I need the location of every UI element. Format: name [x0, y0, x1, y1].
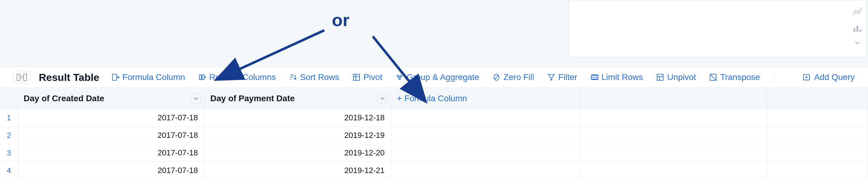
cell-empty	[767, 127, 868, 144]
table-row: 1 2017-07-18 2019-12-18	[0, 109, 868, 127]
filter-label: Filter	[558, 72, 577, 82]
table-row: 3 2017-07-18 2019-12-20	[0, 144, 868, 162]
pivot-label: Pivot	[363, 72, 382, 82]
svg-rect-4	[24, 74, 27, 81]
limit-rows-label: Limit Rows	[601, 72, 643, 82]
row-number[interactable]: 4	[0, 162, 18, 179]
reorder-columns-label: Reorder Columns	[210, 72, 276, 82]
result-toolbar: Result Table Formula Column Reorder Colu…	[0, 67, 868, 88]
cell-payment[interactable]: 2019-12-18	[205, 109, 392, 126]
cell-empty	[392, 127, 580, 144]
table-row: 2 2017-07-18 2019-12-19	[0, 127, 868, 144]
table-header-row: Day of Created Date Day of Payment Date …	[0, 88, 868, 109]
cell-empty	[392, 109, 580, 126]
reorder-columns-button[interactable]: Reorder Columns	[198, 72, 276, 82]
cell-empty	[392, 162, 580, 179]
cell-empty	[767, 144, 868, 161]
svg-marker-25	[548, 74, 554, 80]
row-number-header	[0, 88, 18, 109]
cell-created[interactable]: 2017-07-18	[18, 109, 205, 126]
result-table-title: Result Table	[39, 71, 99, 83]
cell-created[interactable]: 2017-07-18	[18, 144, 205, 161]
transpose-label: Transpose	[720, 72, 760, 82]
svg-rect-2	[860, 29, 861, 32]
column-header-created[interactable]: Day of Created Date	[18, 88, 205, 109]
unpivot-button[interactable]: Unpivot	[656, 72, 696, 82]
row-number[interactable]: 2	[0, 127, 18, 144]
cell-empty	[767, 162, 868, 179]
cell-empty	[580, 144, 767, 161]
add-query-label: Add Query	[814, 72, 855, 82]
filter-button[interactable]: Filter	[547, 72, 577, 82]
cell-payment[interactable]: 2019-12-19	[205, 127, 392, 144]
chart-preview-panel	[569, 0, 867, 58]
row-number[interactable]: 3	[0, 144, 18, 161]
svg-line-21	[399, 77, 399, 78]
svg-rect-1	[857, 26, 858, 32]
compare-button[interactable]	[13, 70, 30, 84]
cell-empty	[392, 144, 580, 161]
svg-rect-0	[854, 28, 855, 32]
formula-column-label: Formula Column	[122, 72, 185, 82]
group-aggregate-label: Group & Aggregate	[406, 72, 479, 82]
column-menu-payment[interactable]	[377, 93, 388, 103]
svg-rect-11	[202, 75, 204, 80]
svg-rect-3	[17, 74, 20, 81]
result-table: Day of Created Date Day of Payment Date …	[0, 88, 868, 179]
svg-line-34	[710, 74, 716, 80]
cell-empty	[580, 162, 767, 179]
svg-rect-15	[353, 74, 360, 80]
column-header-payment[interactable]: Day of Payment Date	[205, 88, 392, 109]
column-header-created-label: Day of Created Date	[24, 94, 104, 103]
formula-column-button[interactable]: Formula Column	[112, 72, 185, 82]
column-menu-created[interactable]	[191, 93, 201, 103]
limit-rows-button[interactable]: Limit Rows	[591, 72, 643, 82]
column-header-payment-label: Day of Payment Date	[210, 94, 295, 103]
sort-rows-button[interactable]: Sort Rows	[289, 72, 339, 82]
add-formula-column-header[interactable]: + Formula Column	[392, 88, 580, 109]
svg-line-24	[495, 75, 498, 80]
svg-rect-10	[199, 75, 201, 80]
group-aggregate-button[interactable]: Group & Aggregate	[396, 72, 479, 82]
svg-rect-7	[113, 74, 117, 80]
pivot-button[interactable]: Pivot	[352, 72, 382, 82]
cell-payment[interactable]: 2019-12-20	[205, 144, 392, 161]
chart-type-dropdown-icon[interactable]	[852, 40, 863, 46]
add-formula-column-label: + Formula Column	[397, 94, 467, 103]
line-chart-icon[interactable]	[852, 6, 863, 17]
cell-created[interactable]: 2017-07-18	[18, 127, 205, 144]
svg-line-22	[400, 77, 400, 78]
unpivot-label: Unpivot	[667, 72, 696, 82]
sort-rows-label: Sort Rows	[300, 72, 339, 82]
cell-empty	[580, 109, 767, 126]
zero-fill-button[interactable]: Zero Fill	[493, 72, 534, 82]
cell-payment[interactable]: 2019-12-21	[205, 162, 392, 179]
transpose-button[interactable]: Transpose	[709, 72, 760, 82]
empty-column-header-1	[580, 88, 767, 109]
toolbar-divider	[773, 71, 774, 83]
zero-fill-label: Zero Fill	[503, 72, 534, 82]
row-number[interactable]: 1	[0, 109, 18, 126]
cell-empty	[767, 109, 868, 126]
cell-empty	[580, 127, 767, 144]
empty-column-header-2	[767, 88, 868, 109]
bar-chart-icon[interactable]	[852, 23, 863, 34]
add-query-button[interactable]: Add Query	[803, 72, 855, 82]
cell-created[interactable]: 2017-07-18	[18, 162, 205, 179]
table-row: 4 2017-07-18 2019-12-21	[0, 162, 868, 179]
svg-rect-30	[657, 74, 663, 80]
svg-point-20	[399, 78, 400, 80]
